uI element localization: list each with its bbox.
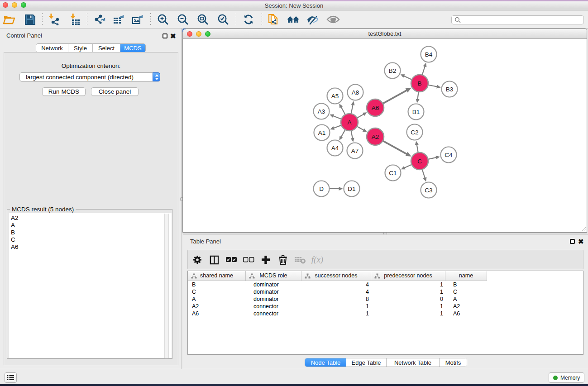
float-panel-icon[interactable] [570, 239, 575, 244]
deselect-checkboxes-icon[interactable] [242, 253, 255, 267]
export-image-icon[interactable] [130, 13, 145, 26]
refresh-icon[interactable] [241, 13, 256, 26]
zoom-in-icon[interactable] [156, 13, 170, 26]
column-header-mcds-role[interactable]: MCDS role [246, 271, 301, 281]
close-panel-icon[interactable]: ✖ [170, 33, 176, 38]
export-table-icon[interactable] [111, 13, 126, 26]
delete-table-icon[interactable] [293, 253, 307, 267]
graph-node-label: A [347, 119, 351, 126]
result-item[interactable]: C [9, 236, 172, 243]
tab-network-table[interactable]: Network Table [387, 358, 440, 367]
graph-edge-C-C4[interactable] [428, 157, 436, 159]
graph-edge-C-C1[interactable] [404, 165, 411, 168]
memory-status-icon [553, 376, 558, 380]
result-item[interactable]: A6 [9, 243, 172, 251]
graph-node-label: A2 [372, 133, 379, 140]
graph-edge-B-B1[interactable] [417, 92, 418, 99]
graph-node-label: B2 [389, 67, 397, 74]
zoom-selected-icon[interactable] [216, 13, 230, 26]
graph-edge-A-A7[interactable] [351, 131, 353, 138]
zoom-fit-icon[interactable] [196, 13, 210, 26]
show-all-icon[interactable] [326, 13, 340, 26]
result-item[interactable]: B [9, 229, 172, 236]
toolbar-separator [42, 13, 43, 26]
result-item[interactable]: A [9, 222, 172, 229]
close-panel-icon[interactable]: ✖ [578, 239, 584, 244]
graph-edge-B-B3[interactable] [428, 85, 437, 87]
search-input[interactable] [461, 17, 583, 23]
table-row[interactable]: B dominator 4 1 B [188, 281, 583, 288]
settings-gear-icon[interactable] [191, 253, 204, 267]
apply-layout-icon[interactable] [286, 13, 301, 26]
graph-node-label: C2 [411, 129, 418, 136]
run-mcds-button[interactable]: Run MCDS [42, 87, 86, 96]
network-window-title: testGlobe.txt [183, 29, 587, 39]
graph-edge-A2-C[interactable] [383, 141, 407, 154]
delete-column-icon[interactable] [276, 253, 290, 267]
table-row[interactable]: A2 connector 1 1 A2 [188, 303, 583, 310]
mcds-result-list[interactable]: A2 A B C A6 [8, 213, 172, 358]
graph-edge-A-A2[interactable] [357, 127, 364, 130]
result-scrollbar-track[interactable] [164, 214, 169, 358]
graph-edge-C-C2[interactable] [417, 144, 418, 152]
graph-edge-A6-B[interactable] [383, 90, 407, 103]
column-header-name[interactable]: name [445, 271, 487, 281]
graph-edge-B-B4[interactable] [422, 66, 425, 75]
graph-node-label: B [417, 80, 421, 87]
column-header-successor-nodes[interactable]: successor nodes [301, 271, 371, 281]
column-header-shared-name[interactable]: shared name [188, 271, 246, 281]
graph-node-label: A5 [331, 93, 339, 100]
split-columns-icon[interactable] [207, 253, 221, 267]
clone-network-icon[interactable] [267, 13, 281, 26]
hide-selected-icon[interactable] [306, 13, 320, 26]
memory-button[interactable]: Memory [549, 372, 584, 383]
graph-edge-arrowhead [330, 126, 335, 130]
tab-network[interactable]: Network [36, 44, 68, 52]
column-header-predecessor-nodes[interactable]: predecessor nodes [371, 271, 445, 281]
tab-node-table[interactable]: Node Table [305, 358, 346, 367]
tab-mcds[interactable]: MCDS [120, 44, 145, 52]
graph-edge-A-A6[interactable] [357, 114, 364, 118]
toolbar-separator [262, 13, 262, 26]
select-all-checkboxes-icon[interactable] [225, 253, 238, 267]
window-resize-grip[interactable] [580, 225, 586, 232]
mcds-result-title: MCDS result (5 nodes) [10, 206, 76, 213]
float-panel-icon[interactable] [163, 33, 167, 38]
network-graph-canvas[interactable]: B4B2BB3A5A8A6A3B1AA1C2A2A4A7C4CC1C3DD1 [183, 39, 587, 232]
graph-node-label: C3 [425, 187, 432, 194]
show-task-history-button[interactable] [5, 372, 17, 383]
table-row[interactable]: C dominator 4 1 C [188, 288, 583, 295]
function-builder-icon[interactable]: f(x) [308, 253, 326, 267]
graph-edge-B-B2[interactable] [404, 76, 411, 80]
add-column-icon[interactable] [259, 253, 272, 267]
save-session-icon[interactable] [23, 13, 37, 26]
import-network-icon[interactable] [47, 13, 62, 26]
tab-edge-table[interactable]: Edge Table [346, 358, 387, 367]
table-row[interactable]: A6 connector 1 1 A6 [188, 310, 583, 317]
zoom-out-icon[interactable] [176, 13, 190, 26]
result-item[interactable]: A2 [9, 214, 172, 222]
graph-edge-A-A8[interactable] [351, 105, 353, 114]
graph-node-label: C [417, 158, 422, 165]
network-window-titlebar[interactable]: testGlobe.txt [183, 29, 587, 39]
close-panel-button[interactable]: Close panel [91, 87, 139, 96]
list-icon [7, 375, 14, 381]
graph-edge-A-A4[interactable] [341, 130, 345, 137]
tab-style[interactable]: Style [68, 44, 93, 52]
graph-node-label: C1 [389, 170, 397, 176]
tab-select[interactable]: Select [93, 44, 120, 52]
graph-edge-A-A3[interactable] [333, 116, 341, 119]
table-toolbar: f(x) [187, 250, 583, 269]
graph-edge-C-C3[interactable] [422, 170, 425, 178]
export-network-icon[interactable] [92, 13, 107, 26]
table-row[interactable]: A dominator 8 0 A [188, 295, 583, 303]
graph-edge-A-A5[interactable] [341, 107, 345, 114]
search-box[interactable] [451, 15, 584, 24]
tab-motifs[interactable]: Motifs [440, 358, 467, 367]
graph-edge-A-A1[interactable] [334, 125, 341, 128]
import-table-icon[interactable] [67, 13, 82, 26]
control-panel: Control Panel ✖ Network Style Select MCD… [0, 29, 182, 369]
graph-node-label: A1 [318, 129, 326, 136]
optimization-criterion-dropdown[interactable]: largest connected component (directed) [19, 72, 160, 81]
open-file-icon[interactable] [2, 13, 16, 26]
